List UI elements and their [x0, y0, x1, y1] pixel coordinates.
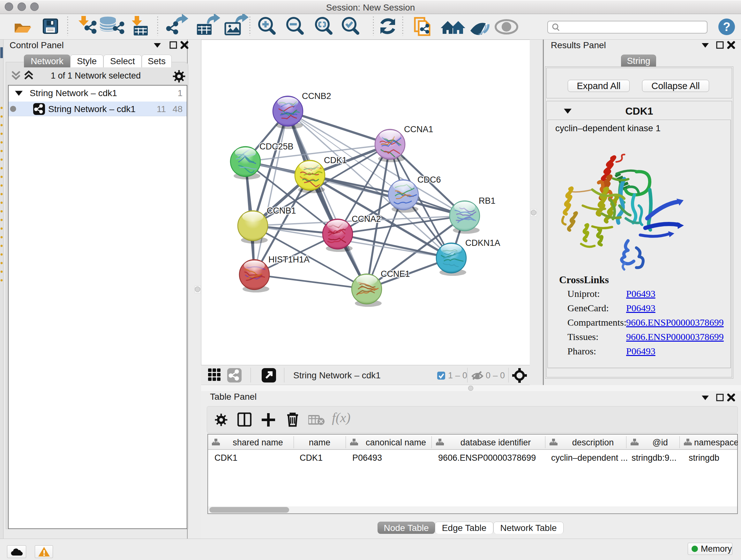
- svg-text:CDC6: CDC6: [417, 175, 441, 185]
- svg-text:CCNB1: CCNB1: [267, 206, 296, 215]
- svg-text:CDK1: CDK1: [324, 155, 347, 165]
- svg-text:HIST1H1A: HIST1H1A: [268, 255, 310, 264]
- svg-text:CCNA2: CCNA2: [352, 214, 381, 224]
- svg-text:?: ?: [723, 20, 730, 34]
- svg-text:CCNB2: CCNB2: [302, 91, 331, 101]
- svg-text:CDKN1A: CDKN1A: [465, 238, 500, 248]
- svg-text:CDC25B: CDC25B: [259, 142, 293, 151]
- svg-text:CCNE1: CCNE1: [381, 269, 410, 279]
- svg-text:CCNA1: CCNA1: [404, 125, 433, 134]
- svg-text:RB1: RB1: [479, 196, 495, 206]
